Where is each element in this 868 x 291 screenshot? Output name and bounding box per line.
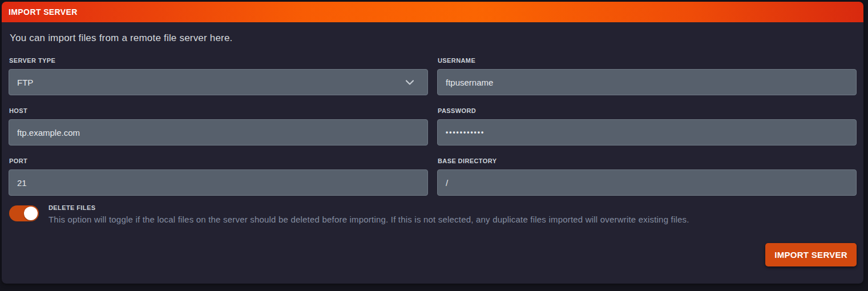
- server-type-label: SERVER TYPE: [9, 57, 428, 64]
- intro-text: You can import files from a remote file …: [10, 33, 857, 44]
- import-server-button[interactable]: IMPORT SERVER: [765, 243, 857, 266]
- server-type-value: FTP: [17, 78, 33, 87]
- host-label: HOST: [9, 107, 428, 114]
- toggle-knob-icon: [24, 207, 38, 220]
- password-input[interactable]: [437, 119, 857, 146]
- panel-title: IMPORT SERVER: [9, 7, 78, 17]
- server-type-group: SERVER TYPE FTP: [9, 45, 428, 95]
- host-group: HOST: [9, 95, 428, 146]
- footer-actions: IMPORT SERVER: [9, 243, 857, 266]
- delete-files-label: DELETE FILES: [49, 204, 689, 211]
- password-label: PASSWORD: [438, 107, 857, 114]
- port-group: PORT: [9, 146, 428, 196]
- delete-files-row: DELETE FILES This option will toggle if …: [9, 204, 857, 224]
- import-server-panel: IMPORT SERVER You can import files from …: [2, 2, 863, 284]
- server-type-select[interactable]: FTP: [9, 69, 428, 95]
- chevron-down-icon: [406, 80, 414, 85]
- delete-files-toggle[interactable]: [9, 205, 39, 221]
- delete-files-text: DELETE FILES This option will toggle if …: [49, 204, 689, 224]
- port-input[interactable]: [9, 169, 428, 196]
- port-label: PORT: [9, 157, 428, 164]
- password-group: PASSWORD: [437, 95, 857, 146]
- base-directory-input[interactable]: [437, 169, 857, 196]
- delete-files-description: This option will toggle if the local fil…: [49, 215, 689, 224]
- base-directory-label: BASE DIRECTORY: [438, 157, 857, 164]
- panel-header: IMPORT SERVER: [2, 2, 863, 22]
- panel-body: You can import files from a remote file …: [2, 33, 863, 266]
- username-input[interactable]: [437, 69, 857, 95]
- page: IMPORT SERVER You can import files from …: [0, 0, 868, 291]
- form-grid: SERVER TYPE FTP USERNAME HOST: [9, 45, 857, 196]
- base-directory-group: BASE DIRECTORY: [437, 146, 857, 196]
- username-label: USERNAME: [438, 57, 857, 64]
- username-group: USERNAME: [437, 45, 857, 95]
- host-input[interactable]: [9, 119, 428, 146]
